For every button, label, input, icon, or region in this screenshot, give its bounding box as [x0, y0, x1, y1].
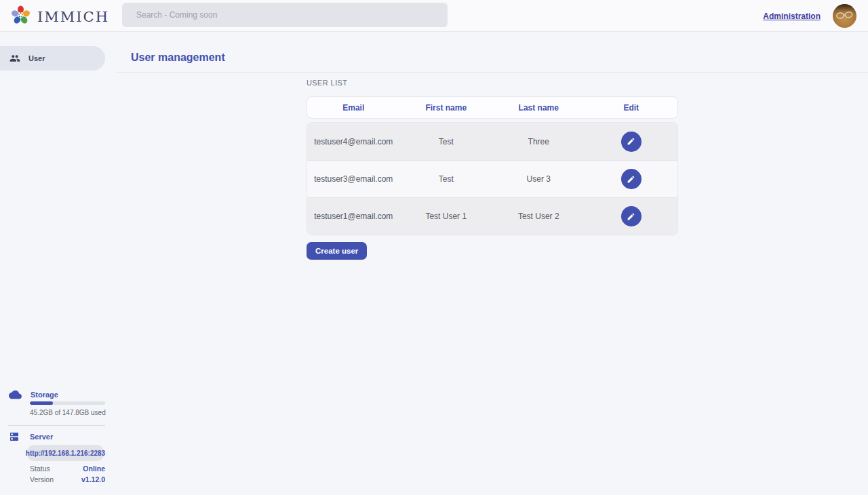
cell-email: testuser4@email.com: [307, 137, 400, 146]
col-header-first-name: First name: [400, 103, 493, 113]
table-row: testuser4@email.com Test Three: [307, 123, 677, 160]
topbar-right-group: Administration: [763, 0, 856, 32]
glasses-photo-detail: [835, 11, 854, 20]
user-list-section-label: USER LIST: [307, 79, 347, 87]
storage-usage-text: 45.2GB of 147.8GB used: [30, 409, 106, 416]
cell-first-name: Test User 1: [400, 212, 493, 221]
col-header-email: Email: [307, 103, 400, 113]
edit-user-button[interactable]: [621, 169, 642, 189]
pencil-icon: [627, 175, 635, 184]
user-table-header-row: Email First name Last name Edit: [307, 96, 678, 119]
cell-last-name: Test User 2: [492, 212, 585, 221]
edit-user-button[interactable]: [621, 132, 642, 152]
status-label: Status: [30, 464, 50, 473]
cell-email: testuser1@email.com: [307, 212, 400, 221]
col-header-edit: Edit: [585, 103, 678, 113]
search-input[interactable]: [122, 3, 448, 27]
create-user-button[interactable]: Create user: [307, 242, 367, 260]
user-avatar[interactable]: [833, 4, 856, 28]
cell-last-name: Three: [492, 137, 585, 146]
header-divider: [116, 72, 868, 73]
sidebar-item-user-label: User: [28, 54, 45, 62]
col-header-last-name: Last name: [492, 103, 585, 113]
immich-logo[interactable]: IMMICH: [9, 4, 109, 29]
page-title: User management: [131, 52, 225, 64]
statusbox-divider: [8, 425, 105, 426]
administration-link[interactable]: Administration: [763, 12, 821, 21]
pencil-icon: [627, 137, 635, 146]
table-row: testuser1@email.com Test User 1 Test Use…: [307, 197, 677, 235]
status-value: Online: [83, 464, 105, 473]
cell-first-name: Test: [400, 137, 493, 146]
brand-name: IMMICH: [37, 9, 109, 25]
storage-progress-bar: [30, 401, 105, 405]
user-table-body: testuser4@email.com Test Three testuser3…: [307, 122, 678, 235]
server-status-row: Status Online: [30, 464, 105, 473]
server-icon: [9, 431, 20, 442]
version-label: Version: [30, 475, 54, 483]
storage-progress-fill: [30, 401, 53, 405]
table-row: testuser3@email.com Test User 3: [307, 160, 677, 197]
immich-flower-icon: [9, 4, 32, 29]
server-title: Server: [30, 433, 53, 441]
cell-first-name: Test: [400, 174, 493, 184]
server-version-row: Version v1.12.0: [30, 475, 105, 483]
cell-email: testuser3@email.com: [307, 174, 400, 184]
pencil-icon: [627, 212, 635, 221]
sidebar-item-user[interactable]: User: [0, 46, 105, 71]
version-value: v1.12.0: [81, 475, 105, 483]
group-icon: [9, 53, 20, 64]
top-navigation-bar: IMMICH Administration: [0, 0, 868, 32]
immich-admin-screen: IMMICH Administration User: [0, 0, 868, 495]
cloud-icon: [9, 390, 22, 399]
cell-last-name: User 3: [492, 174, 585, 184]
edit-user-button[interactable]: [621, 206, 642, 226]
server-url-chip: http://192.168.1.216:2283: [27, 445, 104, 461]
storage-title: Storage: [31, 391, 58, 399]
